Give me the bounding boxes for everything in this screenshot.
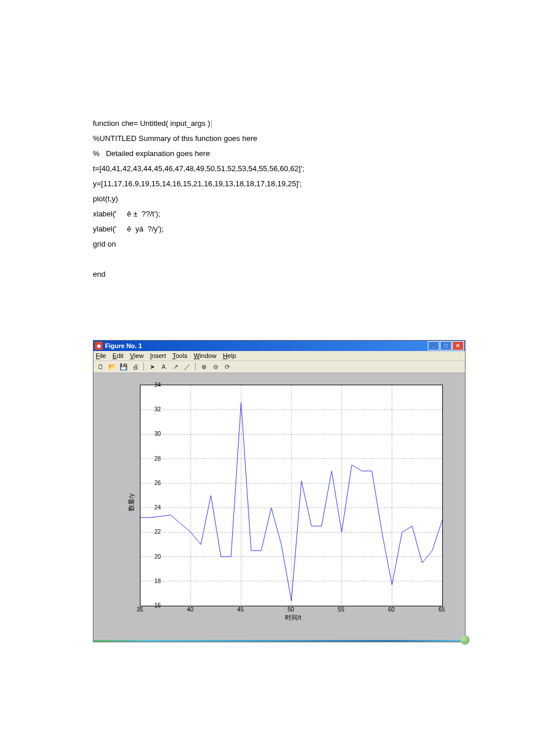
arrow-icon[interactable]: ↗ [171,362,180,371]
code-text: end [93,270,106,278]
x-axis-label: 时间/t [285,613,301,622]
x-tick-label: 50 [287,606,294,613]
document-page: function che= Untitled( input_args ) %UN… [0,0,534,689]
menu-bar: File Edit View Insert Tools Window Help [93,351,465,361]
menu-window[interactable]: Window [194,352,217,359]
x-tick-label: 40 [187,606,193,613]
code-line: end [93,267,453,282]
code-text: grid on [93,240,116,248]
x-tick-label: 35 [136,606,143,613]
code-text: % Detailed explanation goes here [93,149,210,158]
window-title: Figure No. 1 [105,342,427,349]
text-icon[interactable]: A [159,362,168,371]
toolbar-separator [143,363,144,371]
code-text: y=[11,17,16,9,19,15,14,16,15,21,16,19,13… [93,179,302,188]
code-line: xlabel(' ê ± ??/t'); [93,207,453,222]
menu-view[interactable]: View [130,352,144,359]
app-icon: ◆ [95,342,103,350]
code-text: plot(t,y) [93,194,118,203]
zoom-out-icon[interactable]: ⊖ [211,362,220,371]
x-tick-label: 60 [388,606,395,613]
menu-edit[interactable]: Edit [113,352,124,359]
print-icon[interactable]: 🖨 [131,362,140,371]
figure-toolbar: 🗋 📂 💾 🖨 ➤ A ↗ ／ ⊕ ⊖ ⟳ [93,361,465,373]
matlab-figure-window: ◆ Figure No. 1 _ □ ✕ File Edit View Inse… [93,340,466,642]
zoom-in-icon[interactable]: ⊕ [199,362,208,371]
y-tick-label: 22 [154,529,161,535]
y-tick-label: 18 [154,577,161,584]
y-tick-label: 28 [154,455,161,461]
code-line: t=[40,41,42,43,44,45,46,47,48,49,50,51,5… [93,161,453,176]
chart-axes [140,385,443,606]
menu-insert[interactable]: Insert [150,352,167,359]
code-line: % Detailed explanation goes here [93,146,453,161]
y-tick-label: 24 [154,504,161,511]
menu-file[interactable]: File [96,352,106,359]
minimize-button[interactable]: _ [428,341,439,350]
matlab-code-block: function che= Untitled( input_args ) %UN… [93,116,453,282]
code-line: function che= Untitled( input_args ) [93,116,453,131]
text-cursor [211,120,212,128]
y-tick-label: 34 [154,382,161,388]
code-line: ylabel(' ê yá ?/y'); [93,222,453,237]
y-tick-label: 32 [154,406,161,413]
code-line: plot(t,y) [93,191,453,207]
open-icon[interactable]: 📂 [107,362,117,371]
y-axis-label: 数量/y [127,494,136,512]
x-tick-label: 45 [237,606,244,613]
close-button[interactable]: ✕ [452,341,464,350]
y-tick-label: 20 [154,553,161,559]
rotate-icon[interactable]: ⟳ [222,362,232,371]
code-text: t=[40,41,42,43,44,45,46,47,48,49,50,51,5… [93,164,304,173]
line-icon[interactable]: ／ [182,362,192,371]
maximize-button[interactable]: □ [440,341,452,350]
y-tick-label: 26 [154,479,161,486]
line-plot [140,385,442,606]
y-tick-label: 30 [154,431,161,437]
new-icon[interactable]: 🗋 [96,362,105,371]
code-line: grid on [93,237,453,252]
window-titlebar[interactable]: ◆ Figure No. 1 _ □ ✕ [93,341,465,351]
code-text: ylabel(' ê yá ?/y'); [93,225,164,233]
code-line: %UNTITLED Summary of this function goes … [93,131,453,146]
code-line [93,252,453,267]
menu-tools[interactable]: Tools [172,352,187,359]
x-tick-label: 65 [438,606,445,613]
pointer-icon[interactable]: ➤ [147,362,157,371]
x-tick-label: 55 [338,606,344,613]
plot-canvas: 数量/y 时间/t 161820222426283032343540455055… [93,373,465,640]
code-text: %UNTITLED Summary of this function goes … [93,134,257,143]
toolbar-separator [195,363,196,371]
status-bar [93,640,465,642]
code-text: xlabel(' ê ± ??/t'); [93,209,160,218]
code-line: y=[11,17,16,9,19,15,14,16,15,21,16,19,13… [93,176,453,191]
menu-help[interactable]: Help [223,352,236,359]
y-tick-label: 16 [154,602,161,609]
code-text: function che= Untitled( input_args ) [93,119,210,128]
resize-grip[interactable] [460,635,470,645]
save-icon[interactable]: 💾 [119,362,128,371]
